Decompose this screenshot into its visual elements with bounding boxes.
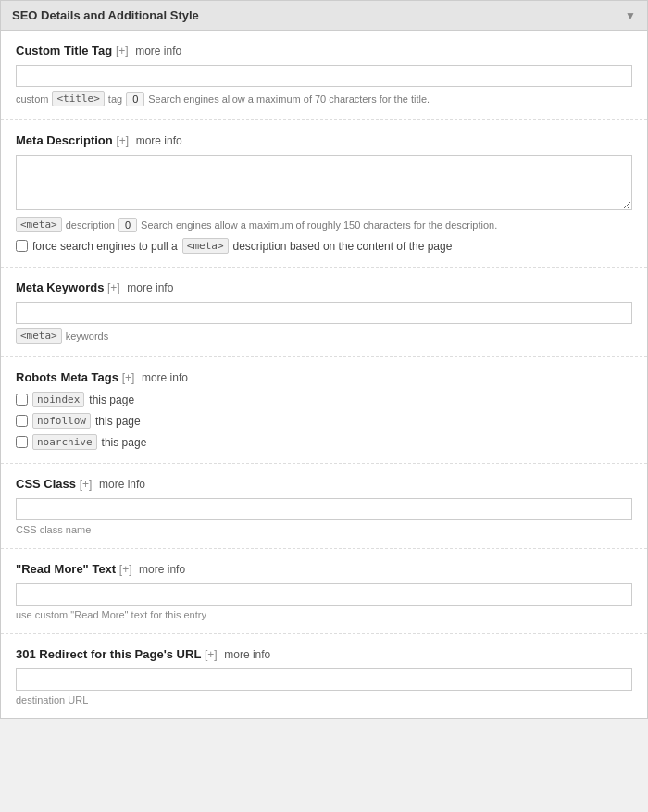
meta-desc-tag-code: <meta> [16,217,62,232]
css-class-section: CSS Class [+] more info CSS class name [1,464,647,549]
meta-desc-hint-suffix: description [66,219,115,231]
meta-kw-tag-code: <meta> [16,328,62,344]
robots-meta-tags-section: Robots Meta Tags [+] more info noindex t… [1,357,647,464]
meta-kw-hint-suffix: keywords [66,331,108,342]
nofollow-checkbox[interactable] [16,415,28,427]
custom-title-tag-header: Custom Title Tag [+] more info [16,44,632,57]
css-class-input[interactable] [16,498,632,520]
css-class-hint: CSS class name [16,524,632,535]
redirect-more-info-link[interactable]: more info [224,648,270,661]
meta-desc-hint: <meta> description 0 Search engines allo… [16,217,632,232]
custom-title-hint-suffix: tag [108,94,122,105]
css-class-more-info-bracket: [+] [80,478,93,491]
noarchive-checkbox[interactable] [16,436,28,448]
custom-title-hint-prefix: custom [16,94,48,105]
read-more-text-section: "Read More" Text [+] more info use custo… [1,549,647,634]
panel-collapse-arrow[interactable]: ▼ [625,9,636,22]
meta-keywords-header: Meta Keywords [+] more info [16,281,632,294]
meta-desc-char-count: 0 [118,218,137,232]
noarchive-label: this page [102,436,147,449]
noindex-tag-code: noindex [32,392,84,407]
force-meta-desc-row: force search engines to pull a <meta> de… [16,238,632,254]
meta-keywords-section: Meta Keywords [+] more info <meta> keywo… [1,268,647,357]
custom-title-char-count: 0 [126,92,144,106]
force-meta-desc-checkbox[interactable] [16,240,28,252]
noindex-checkbox[interactable] [16,394,28,406]
meta-description-section: Meta Description [+] more info <meta> de… [1,120,647,268]
read-more-more-info-bracket: [+] [119,563,132,576]
custom-title-more-info-link[interactable]: more info [135,44,181,57]
custom-title-hint: custom <title> tag 0 Search engines allo… [16,91,632,106]
nofollow-label: this page [95,415,141,428]
meta-description-textarea[interactable] [16,155,632,210]
noarchive-tag-code: noarchive [32,434,97,450]
robots-meta-tags-label: Robots Meta Tags [16,370,118,384]
robots-more-info-link[interactable]: more info [142,371,188,384]
css-class-header: CSS Class [+] more info [16,477,632,491]
meta-description-header: Meta Description [+] more info [16,133,632,147]
css-class-more-info-link[interactable]: more info [99,478,145,491]
meta-desc-more-info-bracket: [+] [116,134,129,147]
custom-title-more-info-bracket: [+] [116,44,129,57]
read-more-hint: use custom "Read More" text for this ent… [16,609,632,620]
redirect-url-section: 301 Redirect for this Page's URL [+] mor… [1,634,647,718]
robots-more-info-bracket: [+] [122,371,135,384]
nofollow-tag-code: nofollow [32,413,91,429]
custom-title-tag-code: <title> [52,91,104,106]
noindex-row: noindex this page [16,392,632,407]
force-meta-tag-code: <meta> [182,238,229,254]
force-meta-desc-label-pre: force search engines to pull a [32,240,178,253]
read-more-text-label: "Read More" Text [16,562,116,576]
noarchive-row: noarchive this page [16,434,632,450]
meta-keywords-label: Meta Keywords [16,281,104,294]
robots-meta-tags-header: Robots Meta Tags [+] more info [16,370,632,384]
redirect-more-info-bracket: [+] [205,648,218,661]
panel-title: SEO Details and Additional Style [12,8,199,22]
read-more-more-info-link[interactable]: more info [139,563,185,576]
nofollow-row: nofollow this page [16,413,632,429]
css-class-label: CSS Class [16,477,76,491]
force-meta-desc-label-post: description based on the content of the … [233,240,453,253]
meta-kw-more-info-bracket: [+] [107,281,120,294]
redirect-url-header: 301 Redirect for this Page's URL [+] mor… [16,647,632,661]
redirect-url-label: 301 Redirect for this Page's URL [16,647,201,661]
custom-title-input[interactable] [16,65,632,87]
panel-body: Custom Title Tag [+] more info custom <t… [1,31,647,718]
read-more-input[interactable] [16,583,632,606]
meta-desc-hint-desc: Search engines allow a maximum of roughl… [141,219,497,231]
seo-panel: SEO Details and Additional Style ▼ Custo… [0,0,648,719]
meta-keywords-input[interactable] [16,302,632,324]
panel-header: SEO Details and Additional Style ▼ [1,1,647,31]
custom-title-hint-desc: Search engines allow a maximum of 70 cha… [148,94,430,105]
read-more-text-header: "Read More" Text [+] more info [16,562,632,576]
noindex-label: this page [89,394,134,406]
meta-description-label: Meta Description [16,133,113,147]
redirect-url-input[interactable] [16,668,632,691]
meta-kw-hint: <meta> keywords [16,328,632,344]
custom-title-tag-section: Custom Title Tag [+] more info custom <t… [1,31,647,120]
redirect-url-hint: destination URL [16,694,632,706]
meta-kw-more-info-link[interactable]: more info [127,281,173,294]
custom-title-tag-label: Custom Title Tag [16,44,112,57]
meta-desc-more-info-link[interactable]: more info [136,134,182,147]
